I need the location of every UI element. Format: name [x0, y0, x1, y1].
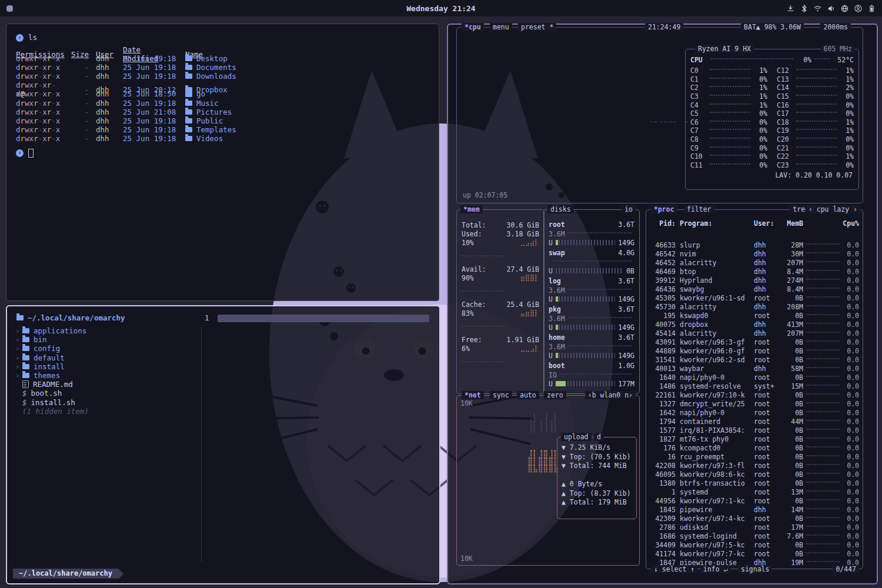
file-manager-window[interactable]: ~/.local/share/omarchy 1 › applications … — [6, 305, 440, 584]
workspace-indicator[interactable] — [6, 5, 13, 12]
tab-cpu[interactable]: *cpu — [462, 23, 484, 31]
list-item[interactable]: › applications — [15, 326, 192, 335]
tab-zero[interactable]: zero — [544, 391, 566, 399]
process-row[interactable]: 40075 dropbox dhh 413M 0.0 — [650, 320, 859, 329]
process-row[interactable]: 46469 btop dhh 8.4M 0.0 — [650, 267, 859, 276]
account-icon[interactable] — [854, 4, 863, 13]
process-row[interactable]: 1642 napi/phy0-0 root 0B 0.0 — [650, 408, 859, 417]
process-row[interactable]: 176 kcompactd0 root 0B 0.0 — [650, 443, 859, 452]
btop-window[interactable]: *cpu menu preset * 21:24:49 BAT▲ 98% 3.0… — [447, 24, 878, 584]
process-row[interactable]: 43091 kworker/u96:3-gf root 0B 0.0 — [650, 338, 859, 346]
process-row[interactable]: 34409 kworker/u97:5-kc root 0B 0.0 — [650, 540, 859, 549]
battery-icon[interactable] — [867, 4, 876, 13]
proc-cpu: 0.0 — [843, 338, 859, 346]
item-name: applications — [34, 326, 86, 335]
process-row[interactable]: 1794 containerd root 44M 0.0 — [650, 417, 859, 426]
process-row[interactable]: 46452 alacritty dhh 207M 0.0 — [650, 258, 859, 267]
process-row[interactable]: 45730 alacritty dhh 208M 0.0 — [650, 302, 859, 311]
tab-upload[interactable]: upload — [561, 433, 592, 441]
core-meter — [710, 95, 750, 96]
list-item[interactable]: › config — [15, 344, 192, 353]
tab-auto[interactable]: auto — [517, 391, 539, 399]
tab-mem[interactable]: *mem — [460, 205, 483, 213]
process-row[interactable]: 42208 kworker/u97:3-fl root 0B 0.0 — [650, 461, 859, 470]
list-item[interactable]: (1 hidden item) — [15, 407, 192, 416]
mem-stat-graph: ⣶⣿⣿⡇ — [520, 274, 539, 282]
process-row[interactable]: 42309 kworker/u97:4-kc root 0B 0.0 — [650, 514, 859, 523]
net-stat-line: ▼ Total: 744 MiB — [562, 462, 632, 471]
list-item[interactable]: install.sh — [15, 398, 192, 407]
process-row[interactable]: 1845 pipewire dhh 14M 0.0 — [650, 505, 859, 514]
file-name: Documents — [185, 63, 429, 72]
process-row[interactable]: 45305 kworker/u96:1-sd root 0B 0.0 — [650, 293, 859, 302]
volume-icon[interactable] — [827, 4, 836, 13]
tab-preset[interactable]: preset * — [518, 23, 556, 31]
item-name: README.md — [33, 380, 73, 389]
process-list[interactable]: 46633 slurp dhh 28M 0.0 46542 nvim dhh — [650, 240, 859, 566]
proc-sort-selector[interactable]: ‹ cpu lazy › — [806, 205, 860, 213]
process-row[interactable]: 46633 slurp dhh 28M 0.0 — [650, 240, 859, 249]
process-row[interactable]: 31541 kworker/u96:2-sd root 0B 0.0 — [650, 355, 859, 364]
wifi-icon[interactable] — [813, 4, 822, 13]
proc-user: root — [754, 453, 780, 461]
process-row[interactable]: 16 rcu_preempt root 0B 0.0 — [650, 452, 859, 461]
process-row[interactable]: 39912 Hyprland dhh 274M 0.0 — [650, 276, 859, 285]
terminal-window[interactable]: › ls Permissions Size User Date Modified… — [6, 24, 439, 301]
process-row[interactable]: 2786 udisksd root 17M 0.0 — [650, 523, 859, 532]
tab-io[interactable]: io — [622, 205, 636, 213]
tab-proc[interactable]: *proc — [651, 205, 677, 213]
process-row[interactable]: 1 systemd root 13M 0.0 — [650, 487, 859, 496]
list-item[interactable]: › bin — [15, 335, 192, 344]
tab-disks[interactable]: disks — [547, 205, 574, 213]
tab-sync[interactable]: sync — [490, 391, 512, 399]
proc-pid: 1686 — [650, 532, 676, 540]
list-item[interactable]: README.md — [15, 380, 192, 389]
process-row[interactable]: 1827 mt76-tx phy0 root 0B 0.0 — [650, 435, 859, 443]
tab-menu[interactable]: menu — [490, 23, 512, 31]
proc-mem: 14M — [780, 506, 803, 514]
proc-mem: 0B — [780, 470, 803, 479]
process-row[interactable]: 1577 irq/81-PIXA3854: root 0B 0.0 — [650, 426, 859, 435]
prompt-line-2[interactable]: › — [16, 148, 429, 158]
proc-cpu: 0.0 — [843, 550, 859, 558]
list-item[interactable]: › themes — [15, 371, 192, 380]
process-row[interactable]: 22161 kworker/u97:10-k root 0B 0.0 — [650, 390, 859, 399]
process-row[interactable]: 41174 kworker/u97:7-kc root 0B 0.0 — [650, 549, 859, 558]
process-row[interactable]: 1327 dmcrypt_write/25 root 0B 0.0 — [650, 399, 859, 408]
tab-strip[interactable] — [218, 315, 429, 322]
process-row[interactable]: 45414 alacritty dhh 207M 0.0 — [650, 329, 859, 338]
tab-net[interactable]: *net — [462, 391, 484, 399]
net-interface[interactable]: ‹b wlan0 n› — [585, 391, 636, 399]
process-row[interactable]: 46095 kworker/u98:6-kc root 0B 0.0 — [650, 470, 859, 479]
process-row[interactable]: 44956 kworker/u97:1-kc root 0B 0.0 — [650, 496, 859, 505]
proc-pid: 40013 — [650, 365, 676, 373]
list-item[interactable]: › install — [15, 362, 192, 371]
tab-filter[interactable]: filter — [684, 205, 714, 213]
refresh-interval[interactable]: 2000ms — [820, 23, 851, 31]
list-item[interactable]: boot.sh — [15, 389, 192, 397]
bluetooth-icon[interactable] — [800, 4, 808, 13]
process-row[interactable]: 46436 swaybg dhh 8.4M 0.0 — [650, 285, 859, 293]
file-type-icon — [22, 373, 29, 378]
process-row[interactable]: 1686 systemd-logind root 7.6M 0.0 — [650, 532, 859, 540]
process-row[interactable]: 46542 nvim dhh 30M 0.0 — [650, 249, 859, 258]
core-meter — [796, 129, 837, 130]
process-row[interactable]: 1486 systemd-resolve syst+ 15M 0.0 — [650, 382, 859, 390]
process-row[interactable]: 44889 kworker/u96:0-gf root 0B 0.0 — [650, 346, 859, 355]
mem-stat-pct: 6% — [462, 345, 470, 353]
tab-upload-key[interactable]: d — [594, 433, 604, 441]
globe-icon[interactable] — [840, 4, 849, 13]
package-icon[interactable] — [786, 4, 795, 13]
proc-signals-hint[interactable]: signals — [738, 565, 772, 573]
proc-select-hint[interactable]: ↓ select ↑ — [651, 565, 697, 573]
process-row[interactable]: 195 kswapd0 root 0B 0.0 — [650, 311, 859, 320]
disk-activity-graph — [568, 289, 632, 290]
mem-stat-label: Used: — [462, 230, 482, 238]
process-row[interactable]: 1640 napi/phy0-0 root 0B 0.0 — [650, 373, 859, 382]
proc-user: root — [754, 356, 780, 364]
process-row[interactable]: 40013 waybar dhh 58M 0.0 — [650, 364, 859, 373]
list-item[interactable]: › default — [15, 353, 192, 362]
proc-info-hint[interactable]: info ↵ — [700, 565, 731, 573]
proc-user: dhh — [754, 303, 780, 311]
process-row[interactable]: 1380 btrfs-transactio root 0B 0.0 — [650, 479, 859, 487]
